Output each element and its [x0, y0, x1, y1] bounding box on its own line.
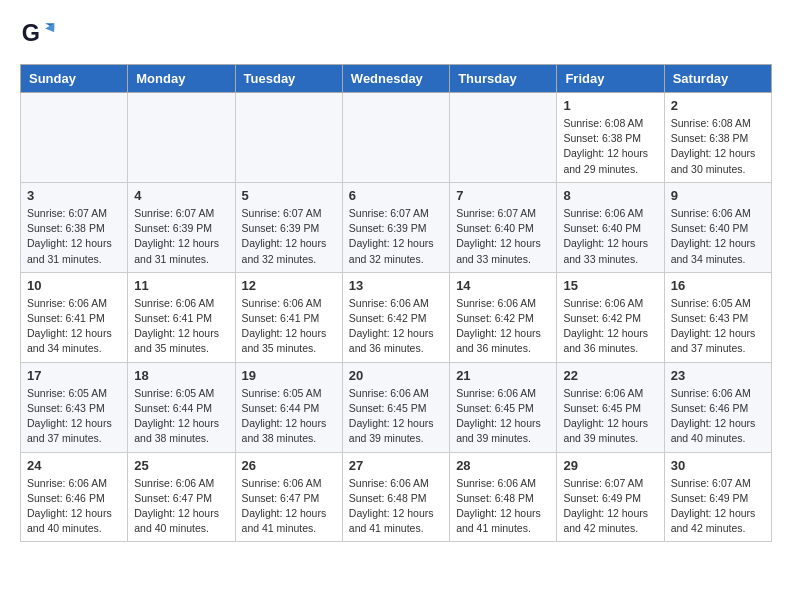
logo-icon: G: [20, 16, 56, 52]
day-info: Sunrise: 6:06 AM Sunset: 6:40 PM Dayligh…: [563, 206, 657, 267]
calendar-cell: [342, 93, 449, 183]
day-number: 10: [27, 278, 121, 293]
calendar-cell: [128, 93, 235, 183]
day-number: 27: [349, 458, 443, 473]
calendar-cell: 26Sunrise: 6:06 AM Sunset: 6:47 PM Dayli…: [235, 452, 342, 542]
calendar-week-row: 10Sunrise: 6:06 AM Sunset: 6:41 PM Dayli…: [21, 272, 772, 362]
day-info: Sunrise: 6:06 AM Sunset: 6:42 PM Dayligh…: [456, 296, 550, 357]
day-of-week-header: Monday: [128, 65, 235, 93]
day-info: Sunrise: 6:06 AM Sunset: 6:47 PM Dayligh…: [242, 476, 336, 537]
day-info: Sunrise: 6:07 AM Sunset: 6:39 PM Dayligh…: [242, 206, 336, 267]
day-info: Sunrise: 6:05 AM Sunset: 6:44 PM Dayligh…: [134, 386, 228, 447]
calendar-week-row: 1Sunrise: 6:08 AM Sunset: 6:38 PM Daylig…: [21, 93, 772, 183]
calendar-cell: 9Sunrise: 6:06 AM Sunset: 6:40 PM Daylig…: [664, 182, 771, 272]
calendar-cell: 16Sunrise: 6:05 AM Sunset: 6:43 PM Dayli…: [664, 272, 771, 362]
calendar-cell: 18Sunrise: 6:05 AM Sunset: 6:44 PM Dayli…: [128, 362, 235, 452]
day-info: Sunrise: 6:08 AM Sunset: 6:38 PM Dayligh…: [671, 116, 765, 177]
day-info: Sunrise: 6:05 AM Sunset: 6:43 PM Dayligh…: [671, 296, 765, 357]
day-number: 23: [671, 368, 765, 383]
day-info: Sunrise: 6:06 AM Sunset: 6:41 PM Dayligh…: [242, 296, 336, 357]
day-number: 25: [134, 458, 228, 473]
day-info: Sunrise: 6:05 AM Sunset: 6:44 PM Dayligh…: [242, 386, 336, 447]
calendar-cell: 17Sunrise: 6:05 AM Sunset: 6:43 PM Dayli…: [21, 362, 128, 452]
day-info: Sunrise: 6:06 AM Sunset: 6:40 PM Dayligh…: [671, 206, 765, 267]
day-info: Sunrise: 6:06 AM Sunset: 6:41 PM Dayligh…: [27, 296, 121, 357]
calendar-cell: 13Sunrise: 6:06 AM Sunset: 6:42 PM Dayli…: [342, 272, 449, 362]
day-number: 14: [456, 278, 550, 293]
day-number: 11: [134, 278, 228, 293]
day-info: Sunrise: 6:07 AM Sunset: 6:49 PM Dayligh…: [671, 476, 765, 537]
day-info: Sunrise: 6:06 AM Sunset: 6:45 PM Dayligh…: [349, 386, 443, 447]
calendar-cell: 2Sunrise: 6:08 AM Sunset: 6:38 PM Daylig…: [664, 93, 771, 183]
svg-text:G: G: [22, 20, 40, 46]
day-info: Sunrise: 6:06 AM Sunset: 6:46 PM Dayligh…: [27, 476, 121, 537]
day-of-week-header: Tuesday: [235, 65, 342, 93]
day-number: 18: [134, 368, 228, 383]
calendar-body: 1Sunrise: 6:08 AM Sunset: 6:38 PM Daylig…: [21, 93, 772, 542]
calendar: SundayMondayTuesdayWednesdayThursdayFrid…: [20, 64, 772, 542]
day-info: Sunrise: 6:06 AM Sunset: 6:46 PM Dayligh…: [671, 386, 765, 447]
day-info: Sunrise: 6:06 AM Sunset: 6:47 PM Dayligh…: [134, 476, 228, 537]
logo: G: [20, 16, 60, 52]
calendar-cell: 22Sunrise: 6:06 AM Sunset: 6:45 PM Dayli…: [557, 362, 664, 452]
day-of-week-header: Friday: [557, 65, 664, 93]
day-info: Sunrise: 6:05 AM Sunset: 6:43 PM Dayligh…: [27, 386, 121, 447]
day-number: 22: [563, 368, 657, 383]
day-number: 3: [27, 188, 121, 203]
calendar-cell: [235, 93, 342, 183]
day-number: 21: [456, 368, 550, 383]
calendar-cell: 5Sunrise: 6:07 AM Sunset: 6:39 PM Daylig…: [235, 182, 342, 272]
day-info: Sunrise: 6:06 AM Sunset: 6:41 PM Dayligh…: [134, 296, 228, 357]
day-info: Sunrise: 6:08 AM Sunset: 6:38 PM Dayligh…: [563, 116, 657, 177]
calendar-week-row: 24Sunrise: 6:06 AM Sunset: 6:46 PM Dayli…: [21, 452, 772, 542]
day-number: 30: [671, 458, 765, 473]
calendar-cell: 4Sunrise: 6:07 AM Sunset: 6:39 PM Daylig…: [128, 182, 235, 272]
day-info: Sunrise: 6:06 AM Sunset: 6:45 PM Dayligh…: [456, 386, 550, 447]
day-info: Sunrise: 6:07 AM Sunset: 6:40 PM Dayligh…: [456, 206, 550, 267]
day-number: 16: [671, 278, 765, 293]
day-number: 2: [671, 98, 765, 113]
day-info: Sunrise: 6:06 AM Sunset: 6:45 PM Dayligh…: [563, 386, 657, 447]
calendar-cell: [450, 93, 557, 183]
day-of-week-header: Thursday: [450, 65, 557, 93]
calendar-cell: 19Sunrise: 6:05 AM Sunset: 6:44 PM Dayli…: [235, 362, 342, 452]
calendar-cell: 20Sunrise: 6:06 AM Sunset: 6:45 PM Dayli…: [342, 362, 449, 452]
day-of-week-header: Sunday: [21, 65, 128, 93]
day-number: 4: [134, 188, 228, 203]
day-number: 17: [27, 368, 121, 383]
day-number: 5: [242, 188, 336, 203]
day-number: 28: [456, 458, 550, 473]
day-info: Sunrise: 6:07 AM Sunset: 6:38 PM Dayligh…: [27, 206, 121, 267]
calendar-cell: 15Sunrise: 6:06 AM Sunset: 6:42 PM Dayli…: [557, 272, 664, 362]
calendar-cell: 25Sunrise: 6:06 AM Sunset: 6:47 PM Dayli…: [128, 452, 235, 542]
calendar-header: SundayMondayTuesdayWednesdayThursdayFrid…: [21, 65, 772, 93]
day-number: 9: [671, 188, 765, 203]
calendar-cell: 14Sunrise: 6:06 AM Sunset: 6:42 PM Dayli…: [450, 272, 557, 362]
calendar-cell: 3Sunrise: 6:07 AM Sunset: 6:38 PM Daylig…: [21, 182, 128, 272]
day-number: 1: [563, 98, 657, 113]
day-info: Sunrise: 6:07 AM Sunset: 6:39 PM Dayligh…: [134, 206, 228, 267]
calendar-cell: 8Sunrise: 6:06 AM Sunset: 6:40 PM Daylig…: [557, 182, 664, 272]
calendar-cell: 27Sunrise: 6:06 AM Sunset: 6:48 PM Dayli…: [342, 452, 449, 542]
calendar-cell: 29Sunrise: 6:07 AM Sunset: 6:49 PM Dayli…: [557, 452, 664, 542]
day-number: 20: [349, 368, 443, 383]
calendar-cell: 30Sunrise: 6:07 AM Sunset: 6:49 PM Dayli…: [664, 452, 771, 542]
calendar-cell: 6Sunrise: 6:07 AM Sunset: 6:39 PM Daylig…: [342, 182, 449, 272]
calendar-cell: 10Sunrise: 6:06 AM Sunset: 6:41 PM Dayli…: [21, 272, 128, 362]
calendar-cell: 28Sunrise: 6:06 AM Sunset: 6:48 PM Dayli…: [450, 452, 557, 542]
calendar-cell: 23Sunrise: 6:06 AM Sunset: 6:46 PM Dayli…: [664, 362, 771, 452]
day-info: Sunrise: 6:07 AM Sunset: 6:39 PM Dayligh…: [349, 206, 443, 267]
header: G: [20, 16, 772, 52]
day-info: Sunrise: 6:06 AM Sunset: 6:48 PM Dayligh…: [456, 476, 550, 537]
day-number: 15: [563, 278, 657, 293]
day-of-week-header: Saturday: [664, 65, 771, 93]
calendar-cell: [21, 93, 128, 183]
day-number: 26: [242, 458, 336, 473]
day-number: 12: [242, 278, 336, 293]
calendar-week-row: 3Sunrise: 6:07 AM Sunset: 6:38 PM Daylig…: [21, 182, 772, 272]
day-number: 29: [563, 458, 657, 473]
calendar-cell: 7Sunrise: 6:07 AM Sunset: 6:40 PM Daylig…: [450, 182, 557, 272]
day-of-week-header: Wednesday: [342, 65, 449, 93]
day-info: Sunrise: 6:07 AM Sunset: 6:49 PM Dayligh…: [563, 476, 657, 537]
calendar-week-row: 17Sunrise: 6:05 AM Sunset: 6:43 PM Dayli…: [21, 362, 772, 452]
